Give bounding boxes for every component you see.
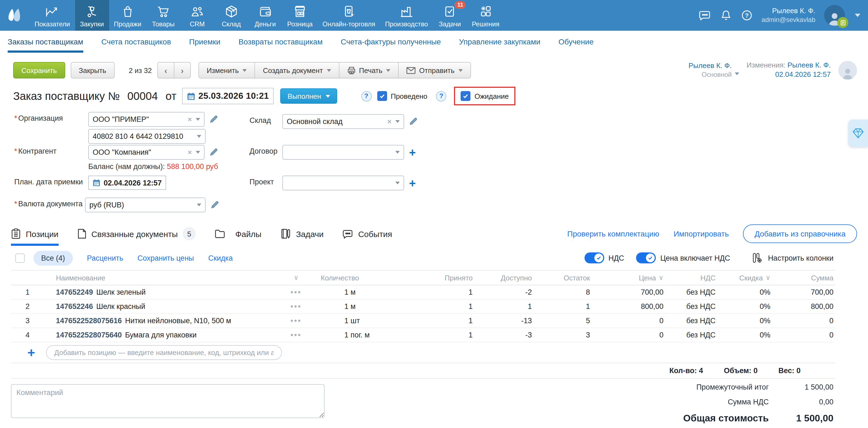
next-document-button[interactable]: ›	[174, 62, 191, 79]
bonus-gem-button[interactable]	[848, 120, 868, 147]
clear-icon[interactable]: ×	[188, 115, 192, 123]
document-date-input[interactable]: 25.03.2026 10:21	[182, 88, 274, 104]
add-position-plus-button[interactable]: +	[27, 345, 46, 360]
changes-user-link[interactable]: Рылеев К. Ф.	[787, 61, 831, 69]
user-avatar[interactable]	[824, 5, 845, 26]
check-kit-link[interactable]: Проверить комплектацию	[567, 229, 659, 238]
product-code-link[interactable]: 1476522528075640	[56, 331, 122, 339]
changes-date-link[interactable]: 02.04.2026 12:57	[775, 70, 831, 79]
col-header-sum[interactable]: Сумма	[773, 274, 835, 282]
edit-currency-icon[interactable]	[211, 201, 219, 209]
nav-online-trade[interactable]: Онлайн-торговля	[317, 0, 380, 31]
tab-receivings[interactable]: Приемки	[189, 31, 220, 53]
edit-warehouse-icon[interactable]	[409, 117, 417, 126]
row-menu-icon[interactable]: •••	[285, 288, 307, 296]
waiting-checkbox[interactable]	[461, 91, 471, 101]
price-incl-vat-toggle[interactable]	[636, 252, 656, 263]
row-menu-icon[interactable]: •••	[285, 302, 307, 311]
plan-date-input[interactable]: 02.04.2026 12:57	[88, 176, 166, 190]
product-code-link[interactable]: 147652246	[56, 302, 93, 311]
tab-supplier-orders[interactable]: Заказы поставщикам	[8, 31, 83, 53]
nav-indicators[interactable]: Показатели	[30, 0, 75, 31]
edit-dropdown-button[interactable]: Изменить	[198, 62, 255, 79]
tab-training[interactable]: Обучение	[558, 31, 594, 53]
add-project-button[interactable]: +	[409, 177, 416, 189]
nav-warehouse[interactable]: Склад	[214, 0, 248, 31]
nav-sales[interactable]: Продажи	[109, 0, 146, 31]
app-logo[interactable]	[0, 0, 30, 31]
vat-toggle-row[interactable]: НДС	[584, 252, 624, 263]
nav-solutions[interactable]: Решения	[467, 0, 504, 31]
edit-organization-icon[interactable]	[210, 115, 218, 123]
configure-columns-button[interactable]: Настроить колонки	[752, 252, 833, 263]
document-number[interactable]: 00004	[127, 90, 158, 102]
project-select[interactable]	[282, 176, 404, 191]
col-header-name[interactable]: Наименование	[52, 274, 285, 282]
comment-textarea[interactable]	[11, 384, 324, 418]
save-prices-link[interactable]: Сохранить цены	[137, 254, 194, 262]
notifications-bell-icon[interactable]	[720, 9, 732, 21]
table-row[interactable]: 1 147652249Шелк зеленый ••• 1 м 1 -2 8 7…	[11, 285, 835, 299]
nav-money[interactable]: Деньги	[248, 0, 282, 31]
user-block[interactable]: Рылеев К. Ф. admin@sevkavlab	[762, 7, 815, 24]
held-help-icon[interactable]: ?	[361, 91, 371, 101]
owner-selector[interactable]: Рылеев К. Ф. Основной	[688, 61, 739, 79]
bank-account-select[interactable]: 40802 810 4 6442 0129810	[88, 129, 206, 144]
row-menu-icon[interactable]: •••	[285, 317, 307, 325]
price-incl-vat-toggle-row[interactable]: Цена включает НДС	[636, 252, 730, 263]
add-position-input[interactable]	[46, 345, 282, 360]
discount-link[interactable]: Скидка	[208, 254, 233, 262]
nav-retail[interactable]: Розница	[282, 0, 317, 31]
user-menu-caret-icon[interactable]	[855, 14, 860, 17]
waiting-help-icon[interactable]: ?	[436, 91, 446, 101]
product-code-link[interactable]: 1476522528075616	[56, 317, 122, 325]
table-row[interactable]: 3 1476522528075616Нитки нейлоновые, N10,…	[11, 314, 835, 328]
currency-select[interactable]: руб (RUB)	[85, 198, 206, 212]
organization-select[interactable]: ООО "ПРИМЕР" ×	[88, 112, 205, 127]
col-header-discount[interactable]: Скидка∨	[718, 274, 773, 282]
add-contract-button[interactable]: +	[409, 146, 416, 158]
counterparty-select[interactable]: ООО "Компания" ×	[88, 145, 205, 160]
row-menu-icon[interactable]: •••	[285, 331, 307, 339]
chat-icon[interactable]	[698, 9, 711, 21]
tab-purchase-management[interactable]: Управление закупками	[459, 31, 540, 53]
tab-linked-documents[interactable]: Связанные документы 5	[77, 222, 196, 246]
col-header-available[interactable]: Доступно	[477, 274, 535, 282]
col-header-accepted[interactable]: Принято	[384, 274, 477, 282]
held-checkbox[interactable]	[377, 91, 387, 101]
nav-tasks[interactable]: 11 Задачи	[433, 0, 467, 31]
nav-crm[interactable]: CRM	[180, 0, 214, 31]
warehouse-select[interactable]: Основной склад ×	[282, 114, 404, 129]
product-code-link[interactable]: 147652249	[56, 288, 93, 296]
vat-toggle[interactable]	[584, 252, 604, 263]
tab-received-invoices[interactable]: Счета-фактуры полученные	[341, 31, 441, 53]
save-button[interactable]: Сохранить	[13, 62, 65, 79]
col-header-qty[interactable]: Количество	[307, 274, 384, 282]
col-header-vat[interactable]: НДС	[666, 274, 718, 282]
print-dropdown-button[interactable]: Печать	[339, 62, 399, 79]
clear-icon[interactable]: ×	[388, 117, 392, 126]
nav-production[interactable]: Производство	[380, 0, 433, 31]
col-header-stock[interactable]: Остаток	[535, 274, 593, 282]
reprice-link[interactable]: Расценить	[87, 254, 123, 262]
edit-counterparty-icon[interactable]	[210, 148, 218, 156]
tab-files[interactable]: Файлы	[214, 222, 261, 246]
contract-select[interactable]	[282, 145, 404, 160]
col-header-price[interactable]: Цена∨	[593, 274, 666, 282]
waiting-checkbox-row[interactable]: Ожидание	[461, 91, 509, 101]
close-button[interactable]: Закрыть	[70, 62, 114, 79]
table-row[interactable]: 2 147652246Шелк красный ••• 1 м 1 1 1 80…	[11, 299, 835, 314]
name-sort-chevron-icon[interactable]: ∨	[285, 274, 307, 282]
filter-all-pill[interactable]: Все (4)	[33, 251, 73, 265]
help-icon[interactable]: ?	[741, 9, 753, 21]
import-link[interactable]: Импортировать	[674, 229, 729, 238]
nav-purchases[interactable]: Закупки	[75, 0, 109, 31]
tab-supplier-returns[interactable]: Возвраты поставщикам	[239, 31, 323, 53]
clear-icon[interactable]: ×	[188, 148, 192, 156]
tab-supplier-invoices[interactable]: Счета поставщиков	[101, 31, 171, 53]
tab-positions[interactable]: Позиции	[11, 222, 58, 246]
prev-document-button[interactable]: ‹	[157, 62, 174, 79]
tab-tasks[interactable]: Задачи	[280, 222, 324, 246]
held-checkbox-row[interactable]: Проведено	[377, 91, 427, 101]
create-document-dropdown-button[interactable]: Создать документ	[255, 62, 339, 79]
